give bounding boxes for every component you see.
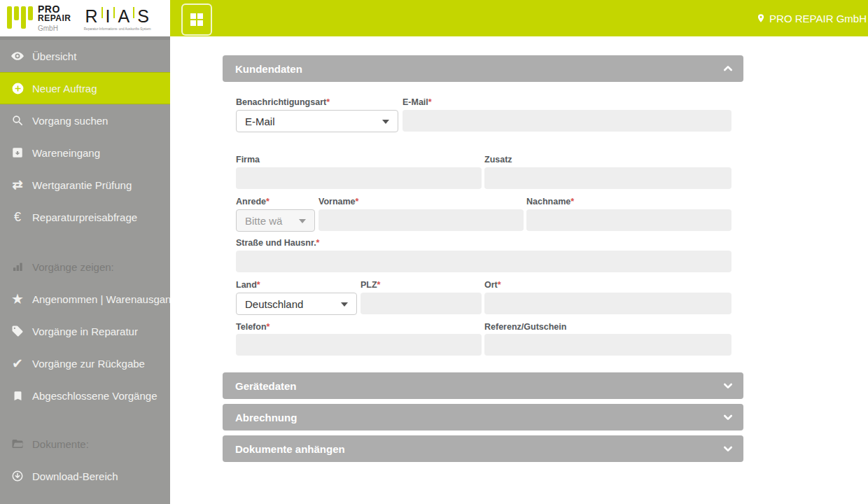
search-icon: [8, 114, 27, 127]
section-title: Gerätedaten: [235, 380, 297, 392]
sidebar-item-neuer-auftrag[interactable]: Neuer Auftrag: [0, 72, 170, 104]
logo-area: PRO REPAIR GmbH R I A S Reparatur-Inform…: [0, 0, 170, 36]
chevron-down-icon: [722, 380, 734, 391]
swap-arrows-icon: ⇄: [8, 178, 27, 191]
section-header-dokumente-anhaengen[interactable]: Dokumente anhängen: [223, 435, 743, 462]
anrede-select[interactable]: Bitte wä: [236, 209, 315, 232]
vorname-field[interactable]: [318, 209, 524, 231]
email-field[interactable]: [402, 110, 732, 132]
required-asterisk: *: [498, 280, 501, 290]
section-header-geraetedaten[interactable]: Gerätedaten: [223, 372, 743, 399]
field-label-anrede: Anrede*: [236, 197, 270, 206]
section-title: Kundendaten: [235, 63, 302, 75]
current-location[interactable]: PRO REPAIR GmbH: [756, 0, 868, 36]
section-header-kundendaten[interactable]: Kundendaten: [223, 55, 743, 82]
sidebar-item-label: Wareneingang: [32, 147, 100, 159]
strasse-field[interactable]: [236, 251, 732, 272]
chevron-down-icon: [722, 412, 734, 423]
top-header-bar: PRO REPAIR GmbH R I A S Reparatur-Inform…: [0, 0, 868, 36]
sidebar-item-abgeschlossene-vorgaenge[interactable]: Abgeschlossene Vorgänge: [0, 379, 170, 412]
sidebar-section-label: Dokumente:: [32, 438, 89, 450]
sidebar-item-angenommen-warenausgang[interactable]: ★ Angenommen | Warenausgang: [0, 283, 170, 315]
required-asterisk: *: [316, 238, 320, 248]
field-label-land: Land*: [236, 280, 260, 290]
required-asterisk: *: [257, 280, 260, 290]
required-asterisk: *: [377, 280, 381, 290]
field-label-vorname: Vorname*: [318, 197, 358, 206]
eye-icon: [8, 49, 27, 63]
nachname-field[interactable]: [526, 209, 732, 231]
download-icon: [8, 470, 27, 482]
sidebar-item-vorgaenge-zur-rueckgabe[interactable]: ✔ Vorgänge zur Rückgabe: [0, 347, 170, 379]
required-asterisk: *: [326, 97, 330, 107]
plus-circle-icon: [8, 82, 27, 95]
location-label: PRO REPAIR GmbH: [769, 13, 867, 24]
telefon-field[interactable]: [236, 334, 482, 356]
sidebar-item-download-bereich[interactable]: Download-Bereich: [0, 460, 170, 492]
location-pin-icon: [756, 12, 766, 24]
pro-repair-logo-text: PRO REPAIR GmbH: [38, 4, 71, 32]
chevron-up-icon: [722, 63, 734, 74]
sidebar-item-label: Download-Bereich: [32, 470, 118, 482]
sidebar-item-vorgaenge-in-reparatur[interactable]: Vorgänge in Reparatur: [0, 315, 170, 347]
sidebar-item-label: Angenommen | Warenausgang: [32, 293, 177, 305]
caret-down-icon: [382, 120, 389, 124]
sidebar-section-label: Vorgänge zeigen:: [32, 261, 114, 273]
field-label-firma: Firma: [236, 155, 260, 164]
sidebar-item-label: Neuer Auftrag: [32, 83, 97, 94]
sidebar-item-reparaturpreisabfrage[interactable]: € Reparaturpreisabfrage: [0, 201, 170, 233]
apps-menu-button[interactable]: [181, 4, 212, 36]
euro-icon: €: [8, 211, 27, 223]
required-asterisk: *: [356, 197, 359, 206]
sidebar-item-label: Übersicht: [32, 50, 76, 62]
star-icon: ★: [8, 292, 27, 306]
benachrichtigungsart-select[interactable]: E-Mail: [236, 110, 398, 132]
field-label-strasse: Straße und Hausnr.*: [236, 238, 319, 248]
sidebar-nav: Übersicht Neuer Auftrag Vorgang suchen W…: [0, 36, 170, 504]
field-label-referenz: Referenz/Gutschein: [484, 322, 566, 332]
caret-down-icon: [299, 219, 306, 223]
sidebar-item-uebersicht[interactable]: Übersicht: [0, 40, 170, 72]
caret-down-icon: [341, 302, 348, 307]
section-header-abrechnung[interactable]: Abrechnung: [223, 404, 743, 430]
required-asterisk: *: [570, 197, 574, 206]
section-title: Dokumente anhängen: [235, 443, 345, 455]
sidebar-item-label: Vorgang suchen: [32, 115, 108, 127]
main-content: Kundendaten Benachrichtigungsart* E-Mail…: [170, 36, 868, 504]
sidebar-item-label: Vorgänge zur Rückgabe: [32, 358, 145, 370]
rias-subtitle: Reparatur-Informations- und Auskunfts-Sy…: [82, 27, 152, 31]
folder-icon: [8, 438, 27, 450]
bookmark-icon: [8, 390, 27, 402]
required-asterisk: *: [267, 322, 270, 332]
plz-field[interactable]: [360, 293, 482, 314]
referenz-field[interactable]: [484, 334, 732, 356]
sidebar-item-vorgang-suchen[interactable]: Vorgang suchen: [0, 104, 170, 136]
grid-icon: [190, 13, 203, 26]
firma-field[interactable]: [236, 167, 482, 189]
sidebar-item-wareneingang[interactable]: Wareneingang: [0, 136, 170, 169]
land-select[interactable]: Deutschland: [236, 293, 357, 315]
sidebar-item-wertgarantie-pruefung[interactable]: ⇄ Wertgarantie Prüfung: [0, 169, 170, 201]
sidebar-item-label: Vorgänge in Reparatur: [32, 326, 138, 337]
inbox-icon: [8, 146, 27, 159]
section-title: Abrechnung: [235, 412, 297, 424]
required-asterisk: *: [428, 97, 432, 107]
field-label-telefon: Telefon*: [236, 322, 270, 332]
required-asterisk: *: [266, 197, 270, 206]
sidebar-section-dokumente: Dokumente:: [0, 428, 170, 460]
sidebar-section-vorgaenge-zeigen: Vorgänge zeigen:: [0, 251, 170, 283]
sidebar-item-label: Wertgarantie Prüfung: [32, 179, 132, 191]
check-icon: ✔: [8, 357, 27, 370]
zusatz-field[interactable]: [484, 167, 732, 189]
chevron-down-icon: [722, 443, 734, 454]
tag-icon: [8, 325, 27, 337]
sidebar-item-label: Abgeschlossene Vorgänge: [32, 390, 157, 402]
ort-field[interactable]: [484, 293, 732, 314]
field-label-nachname: Nachname*: [526, 197, 574, 206]
field-label-ort: Ort*: [484, 280, 501, 290]
field-label-plz: PLZ*: [360, 280, 380, 290]
field-label-benachrichtigungsart: Benachrichtigungsart*: [236, 97, 330, 107]
field-label-zusatz: Zusatz: [484, 155, 512, 164]
stats-icon: [8, 261, 27, 272]
pro-repair-logo-icon: [7, 6, 33, 30]
